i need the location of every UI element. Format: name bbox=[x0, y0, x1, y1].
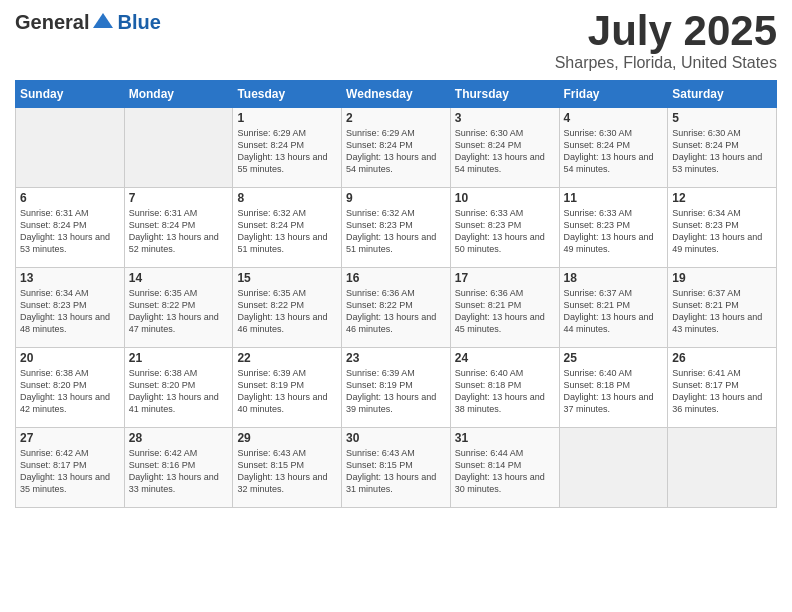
calendar-cell: 30Sunrise: 6:43 AMSunset: 8:15 PMDayligh… bbox=[342, 428, 451, 508]
cell-detail: Sunrise: 6:30 AMSunset: 8:24 PMDaylight:… bbox=[564, 127, 664, 176]
calendar-cell: 16Sunrise: 6:36 AMSunset: 8:22 PMDayligh… bbox=[342, 268, 451, 348]
cell-detail: Sunrise: 6:33 AMSunset: 8:23 PMDaylight:… bbox=[564, 207, 664, 256]
day-number: 21 bbox=[129, 351, 229, 365]
logo-icon bbox=[91, 10, 115, 34]
cell-detail: Sunrise: 6:38 AMSunset: 8:20 PMDaylight:… bbox=[129, 367, 229, 416]
cell-detail: Sunrise: 6:42 AMSunset: 8:16 PMDaylight:… bbox=[129, 447, 229, 496]
day-number: 18 bbox=[564, 271, 664, 285]
day-number: 5 bbox=[672, 111, 772, 125]
cell-detail: Sunrise: 6:35 AMSunset: 8:22 PMDaylight:… bbox=[237, 287, 337, 336]
day-number: 28 bbox=[129, 431, 229, 445]
cell-detail: Sunrise: 6:43 AMSunset: 8:15 PMDaylight:… bbox=[346, 447, 446, 496]
day-number: 23 bbox=[346, 351, 446, 365]
logo-blue-text: Blue bbox=[117, 11, 160, 34]
day-number: 24 bbox=[455, 351, 555, 365]
day-number: 17 bbox=[455, 271, 555, 285]
day-header-wednesday: Wednesday bbox=[342, 81, 451, 108]
calendar-week-row: 1Sunrise: 6:29 AMSunset: 8:24 PMDaylight… bbox=[16, 108, 777, 188]
day-number: 25 bbox=[564, 351, 664, 365]
cell-detail: Sunrise: 6:39 AMSunset: 8:19 PMDaylight:… bbox=[237, 367, 337, 416]
calendar-cell: 15Sunrise: 6:35 AMSunset: 8:22 PMDayligh… bbox=[233, 268, 342, 348]
day-number: 27 bbox=[20, 431, 120, 445]
day-number: 19 bbox=[672, 271, 772, 285]
calendar-cell: 7Sunrise: 6:31 AMSunset: 8:24 PMDaylight… bbox=[124, 188, 233, 268]
cell-detail: Sunrise: 6:37 AMSunset: 8:21 PMDaylight:… bbox=[672, 287, 772, 336]
calendar-cell: 23Sunrise: 6:39 AMSunset: 8:19 PMDayligh… bbox=[342, 348, 451, 428]
day-header-monday: Monday bbox=[124, 81, 233, 108]
cell-detail: Sunrise: 6:29 AMSunset: 8:24 PMDaylight:… bbox=[346, 127, 446, 176]
calendar-cell: 8Sunrise: 6:32 AMSunset: 8:24 PMDaylight… bbox=[233, 188, 342, 268]
day-number: 7 bbox=[129, 191, 229, 205]
cell-detail: Sunrise: 6:33 AMSunset: 8:23 PMDaylight:… bbox=[455, 207, 555, 256]
calendar-cell bbox=[668, 428, 777, 508]
day-number: 4 bbox=[564, 111, 664, 125]
day-number: 12 bbox=[672, 191, 772, 205]
calendar-cell: 1Sunrise: 6:29 AMSunset: 8:24 PMDaylight… bbox=[233, 108, 342, 188]
calendar-cell bbox=[559, 428, 668, 508]
day-number: 15 bbox=[237, 271, 337, 285]
calendar-cell: 18Sunrise: 6:37 AMSunset: 8:21 PMDayligh… bbox=[559, 268, 668, 348]
cell-detail: Sunrise: 6:34 AMSunset: 8:23 PMDaylight:… bbox=[20, 287, 120, 336]
cell-detail: Sunrise: 6:44 AMSunset: 8:14 PMDaylight:… bbox=[455, 447, 555, 496]
calendar-week-row: 27Sunrise: 6:42 AMSunset: 8:17 PMDayligh… bbox=[16, 428, 777, 508]
calendar-cell: 11Sunrise: 6:33 AMSunset: 8:23 PMDayligh… bbox=[559, 188, 668, 268]
day-number: 1 bbox=[237, 111, 337, 125]
day-header-friday: Friday bbox=[559, 81, 668, 108]
cell-detail: Sunrise: 6:35 AMSunset: 8:22 PMDaylight:… bbox=[129, 287, 229, 336]
day-number: 3 bbox=[455, 111, 555, 125]
cell-detail: Sunrise: 6:36 AMSunset: 8:22 PMDaylight:… bbox=[346, 287, 446, 336]
calendar-cell: 12Sunrise: 6:34 AMSunset: 8:23 PMDayligh… bbox=[668, 188, 777, 268]
calendar-cell: 20Sunrise: 6:38 AMSunset: 8:20 PMDayligh… bbox=[16, 348, 125, 428]
calendar-cell: 14Sunrise: 6:35 AMSunset: 8:22 PMDayligh… bbox=[124, 268, 233, 348]
day-number: 13 bbox=[20, 271, 120, 285]
day-header-saturday: Saturday bbox=[668, 81, 777, 108]
cell-detail: Sunrise: 6:42 AMSunset: 8:17 PMDaylight:… bbox=[20, 447, 120, 496]
cell-detail: Sunrise: 6:39 AMSunset: 8:19 PMDaylight:… bbox=[346, 367, 446, 416]
cell-detail: Sunrise: 6:36 AMSunset: 8:21 PMDaylight:… bbox=[455, 287, 555, 336]
day-header-sunday: Sunday bbox=[16, 81, 125, 108]
calendar-cell: 6Sunrise: 6:31 AMSunset: 8:24 PMDaylight… bbox=[16, 188, 125, 268]
day-number: 11 bbox=[564, 191, 664, 205]
calendar-cell: 26Sunrise: 6:41 AMSunset: 8:17 PMDayligh… bbox=[668, 348, 777, 428]
day-number: 9 bbox=[346, 191, 446, 205]
location-title: Sharpes, Florida, United States bbox=[555, 54, 777, 72]
calendar-week-row: 6Sunrise: 6:31 AMSunset: 8:24 PMDaylight… bbox=[16, 188, 777, 268]
day-number: 31 bbox=[455, 431, 555, 445]
day-number: 2 bbox=[346, 111, 446, 125]
calendar-cell: 29Sunrise: 6:43 AMSunset: 8:15 PMDayligh… bbox=[233, 428, 342, 508]
day-number: 20 bbox=[20, 351, 120, 365]
cell-detail: Sunrise: 6:31 AMSunset: 8:24 PMDaylight:… bbox=[20, 207, 120, 256]
day-number: 8 bbox=[237, 191, 337, 205]
calendar-cell: 13Sunrise: 6:34 AMSunset: 8:23 PMDayligh… bbox=[16, 268, 125, 348]
calendar-header-row: SundayMondayTuesdayWednesdayThursdayFrid… bbox=[16, 81, 777, 108]
title-block: July 2025 Sharpes, Florida, United State… bbox=[555, 10, 777, 72]
calendar-table: SundayMondayTuesdayWednesdayThursdayFrid… bbox=[15, 80, 777, 508]
cell-detail: Sunrise: 6:30 AMSunset: 8:24 PMDaylight:… bbox=[672, 127, 772, 176]
day-header-thursday: Thursday bbox=[450, 81, 559, 108]
day-number: 22 bbox=[237, 351, 337, 365]
calendar-week-row: 20Sunrise: 6:38 AMSunset: 8:20 PMDayligh… bbox=[16, 348, 777, 428]
calendar-cell: 24Sunrise: 6:40 AMSunset: 8:18 PMDayligh… bbox=[450, 348, 559, 428]
calendar-cell: 21Sunrise: 6:38 AMSunset: 8:20 PMDayligh… bbox=[124, 348, 233, 428]
cell-detail: Sunrise: 6:31 AMSunset: 8:24 PMDaylight:… bbox=[129, 207, 229, 256]
cell-detail: Sunrise: 6:38 AMSunset: 8:20 PMDaylight:… bbox=[20, 367, 120, 416]
calendar-cell: 5Sunrise: 6:30 AMSunset: 8:24 PMDaylight… bbox=[668, 108, 777, 188]
month-title: July 2025 bbox=[555, 10, 777, 52]
calendar-cell: 2Sunrise: 6:29 AMSunset: 8:24 PMDaylight… bbox=[342, 108, 451, 188]
cell-detail: Sunrise: 6:37 AMSunset: 8:21 PMDaylight:… bbox=[564, 287, 664, 336]
cell-detail: Sunrise: 6:32 AMSunset: 8:23 PMDaylight:… bbox=[346, 207, 446, 256]
cell-detail: Sunrise: 6:32 AMSunset: 8:24 PMDaylight:… bbox=[237, 207, 337, 256]
svg-marker-0 bbox=[93, 13, 113, 28]
logo-general-text: General bbox=[15, 11, 89, 34]
day-number: 16 bbox=[346, 271, 446, 285]
logo: General Blue bbox=[15, 10, 161, 34]
calendar-cell: 28Sunrise: 6:42 AMSunset: 8:16 PMDayligh… bbox=[124, 428, 233, 508]
page-header: General Blue July 2025 Sharpes, Florida,… bbox=[15, 10, 777, 72]
day-number: 29 bbox=[237, 431, 337, 445]
calendar-cell: 17Sunrise: 6:36 AMSunset: 8:21 PMDayligh… bbox=[450, 268, 559, 348]
calendar-week-row: 13Sunrise: 6:34 AMSunset: 8:23 PMDayligh… bbox=[16, 268, 777, 348]
cell-detail: Sunrise: 6:43 AMSunset: 8:15 PMDaylight:… bbox=[237, 447, 337, 496]
calendar-cell bbox=[16, 108, 125, 188]
day-header-tuesday: Tuesday bbox=[233, 81, 342, 108]
calendar-cell: 19Sunrise: 6:37 AMSunset: 8:21 PMDayligh… bbox=[668, 268, 777, 348]
